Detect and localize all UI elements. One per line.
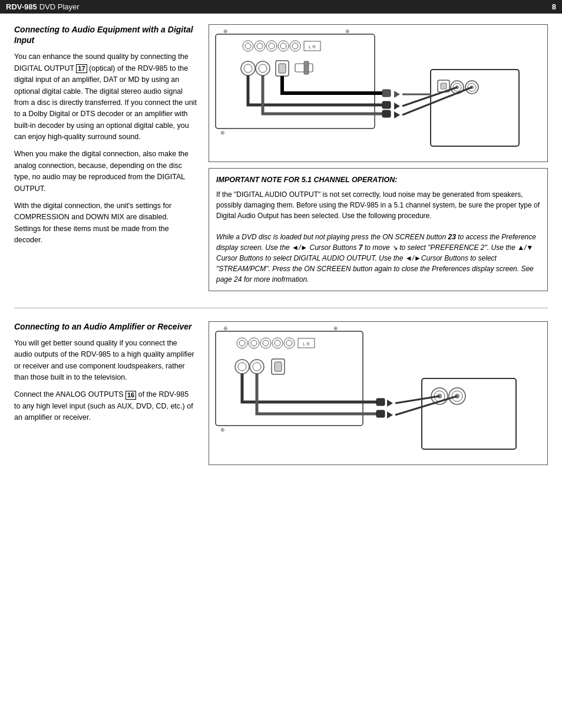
page-number: 8 — [552, 2, 556, 11]
section2-para1: You will get better sound quality if you… — [14, 338, 197, 384]
svg-point-46 — [251, 340, 257, 346]
svg-marker-25 — [394, 103, 400, 110]
svg-point-47 — [260, 338, 271, 348]
svg-text:⊕: ⊕ — [333, 325, 338, 331]
section2-title: Connecting to an Audio Amplifier or Rece… — [14, 321, 197, 332]
badge-16: 16 — [125, 391, 136, 400]
svg-rect-21 — [382, 90, 391, 97]
svg-marker-66 — [387, 400, 393, 407]
svg-rect-20 — [304, 61, 309, 74]
section1-para2: When you make the digital connection, al… — [14, 149, 197, 195]
svg-text:L R: L R — [303, 341, 310, 347]
main-content: Connecting to Audio Equipment with a Dig… — [0, 14, 562, 492]
section2-body: You will get better sound quality if you… — [14, 338, 197, 424]
svg-point-13 — [241, 61, 255, 75]
section-amplifier: Connecting to an Audio Amplifier or Rece… — [14, 321, 548, 465]
svg-line-75 — [395, 396, 439, 403]
svg-point-51 — [284, 338, 295, 348]
svg-point-52 — [286, 340, 292, 346]
svg-text:⊕: ⊕ — [223, 28, 228, 34]
svg-point-45 — [249, 338, 259, 348]
section1-para1: You can enhance the sound quality by con… — [14, 51, 197, 143]
svg-point-15 — [256, 61, 270, 75]
svg-marker-24 — [394, 91, 400, 98]
section2-para2: Connect the ANALOG OUTPUTS 16 of the RDV… — [14, 389, 197, 423]
badge-17: 17 — [76, 64, 87, 73]
diagram-analog: L R ⊕ ⊕ ⊕ — [209, 321, 548, 465]
section1-left: Connecting to Audio Equipment with a Dig… — [14, 24, 197, 291]
section-digital-input: Connecting to Audio Equipment with a Dig… — [14, 24, 548, 291]
svg-text:L R: L R — [309, 44, 316, 50]
svg-marker-26 — [394, 111, 400, 118]
svg-point-48 — [263, 340, 269, 346]
svg-rect-23 — [382, 110, 391, 117]
svg-point-43 — [237, 338, 247, 348]
svg-point-6 — [269, 43, 275, 49]
svg-point-1 — [243, 41, 253, 51]
section1-title: Connecting to Audio Equipment with a Dig… — [14, 24, 197, 45]
svg-point-50 — [275, 340, 280, 346]
important-note-box: IMPORTANT NOTE FOR 5.1 CHANNEL OPERATION… — [209, 168, 548, 291]
svg-text:⊕: ⊕ — [220, 427, 225, 433]
svg-point-4 — [257, 43, 263, 49]
note-italic-text: While a DVD disc is loaded but not playi… — [216, 233, 536, 284]
svg-point-56 — [238, 363, 246, 371]
svg-point-5 — [266, 41, 277, 51]
svg-point-49 — [272, 338, 283, 348]
svg-rect-18 — [279, 64, 286, 73]
svg-point-57 — [250, 360, 264, 374]
svg-point-44 — [239, 340, 245, 346]
svg-text:⊕: ⊕ — [220, 130, 225, 136]
header-title: RDV-985 DVD Player — [6, 2, 80, 11]
svg-point-9 — [290, 41, 300, 51]
section2-right: L R ⊕ ⊕ ⊕ — [209, 321, 548, 465]
svg-point-14 — [244, 64, 252, 73]
section2-left: Connecting to an Audio Amplifier or Rece… — [14, 321, 197, 465]
svg-rect-60 — [275, 362, 282, 371]
svg-rect-64 — [376, 398, 385, 406]
svg-marker-67 — [387, 411, 393, 419]
svg-rect-22 — [382, 101, 391, 108]
important-note-title: IMPORTANT NOTE FOR 5.1 CHANNEL OPERATION… — [216, 174, 540, 186]
section1-right: L R — [209, 24, 548, 291]
svg-point-7 — [278, 41, 289, 51]
diagram-analog-svg: L R ⊕ ⊕ ⊕ — [213, 325, 528, 461]
svg-rect-65 — [376, 410, 385, 417]
svg-point-58 — [253, 363, 261, 371]
diagram-digital: L R — [209, 24, 548, 162]
svg-point-10 — [292, 43, 298, 49]
svg-point-55 — [235, 360, 249, 374]
svg-line-38 — [402, 87, 472, 115]
diagram-digital-svg: L R — [213, 28, 528, 158]
svg-text:⊕: ⊕ — [345, 28, 350, 34]
section1-para3: With the digital connection, the unit's … — [14, 200, 197, 246]
svg-point-2 — [245, 43, 251, 49]
page-header: RDV-985 DVD Player 8 — [0, 0, 562, 14]
svg-point-16 — [259, 64, 267, 73]
important-note-body: If the "DIGITAL AUDIO OUTPUT" is not set… — [216, 189, 540, 221]
section-divider — [14, 308, 548, 308]
svg-point-8 — [280, 43, 286, 49]
header-subtitle: DVD Player — [39, 2, 80, 11]
model-name: RDV-985 — [6, 2, 37, 11]
svg-rect-29 — [441, 83, 447, 89]
svg-point-3 — [254, 41, 265, 51]
svg-text:⊕: ⊕ — [223, 325, 228, 331]
important-note-italic: While a DVD disc is loaded but not playi… — [216, 232, 540, 285]
section1-body: You can enhance the sound quality by con… — [14, 51, 197, 246]
